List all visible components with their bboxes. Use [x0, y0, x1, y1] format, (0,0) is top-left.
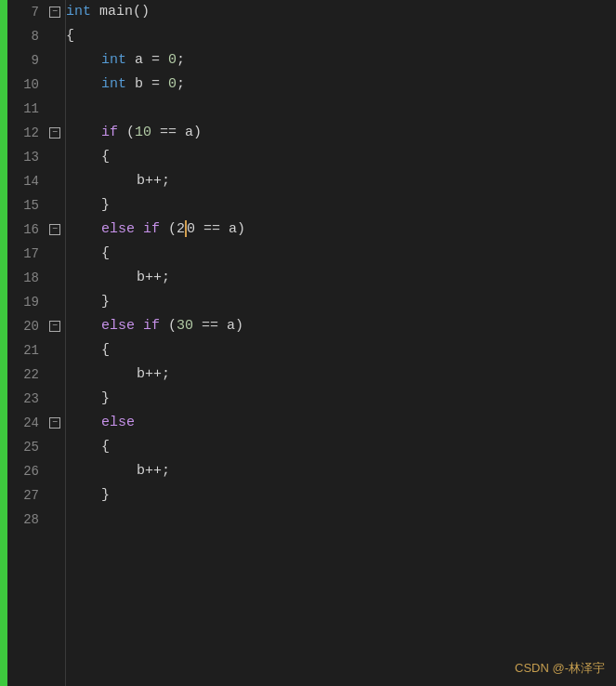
gutter-bar: [0, 0, 7, 686]
code-line-20: else if (30 == a): [66, 314, 616, 338]
token-kw: else: [101, 218, 135, 242]
collapse-btn-20[interactable]: −: [49, 321, 60, 332]
code-line-17: {: [66, 242, 616, 266]
line-number-27: 27: [7, 483, 39, 508]
token-kw: if: [101, 121, 118, 145]
collapse-btn-16[interactable]: −: [49, 224, 60, 235]
code-line-16: else if (20 == a): [66, 218, 616, 242]
code-line-22: b++;: [66, 363, 616, 387]
token-plain: (: [160, 314, 177, 338]
token-kw: if: [143, 314, 160, 338]
line-number-14: 14: [7, 169, 39, 193]
token-cursor: 0: [187, 218, 195, 242]
token-brace: }: [101, 290, 110, 314]
token-brace: {: [101, 242, 110, 266]
code-area: int main(){int a = 0;int b = 0;if (10 ==…: [66, 0, 616, 532]
token-plain: b =: [126, 73, 168, 97]
code-line-9: int a = 0;: [66, 48, 616, 73]
collapse-btn-7[interactable]: −: [49, 7, 60, 18]
line-number-20: 20: [7, 314, 39, 338]
token-brace: }: [101, 483, 110, 508]
token-plain: (: [118, 121, 135, 145]
line-number-18: 18: [7, 266, 39, 290]
token-brace: {: [101, 338, 110, 363]
code-line-14: b++;: [66, 169, 616, 193]
token-plain: b++;: [137, 169, 170, 193]
code-line-23: }: [66, 387, 616, 411]
token-brace: {: [66, 24, 74, 48]
token-plain: == a): [151, 121, 202, 145]
line-number-9: 9: [7, 48, 39, 73]
code-line-21: {: [66, 338, 616, 363]
line-number-16: 16: [7, 218, 39, 242]
line-number-28: 28: [7, 508, 39, 532]
code-line-18: b++;: [66, 266, 616, 290]
collapse-btn-12[interactable]: −: [49, 127, 60, 139]
line-number-22: 22: [7, 363, 39, 387]
token-num: 10: [135, 121, 151, 145]
line-number-7: 7: [7, 0, 39, 24]
code-line-8: {: [66, 24, 616, 48]
line-number-10: 10: [7, 73, 39, 97]
code-line-19: }: [66, 290, 616, 314]
line-number-19: 19: [7, 290, 39, 314]
line-number-12: 12: [7, 121, 39, 145]
token-kw-blue: int: [101, 73, 126, 97]
token-kw: if: [143, 218, 160, 242]
token-kw: else: [101, 314, 135, 338]
code-line-10: int b = 0;: [66, 73, 616, 97]
code-line-12: if (10 == a): [66, 121, 616, 145]
code-line-27: }: [66, 483, 616, 508]
line-number-23: 23: [7, 387, 39, 411]
token-plain: ;: [177, 48, 185, 73]
code-line-24: else: [66, 411, 616, 435]
token-plain: main(): [91, 0, 150, 24]
token-plain: b++;: [137, 459, 170, 483]
line-number-8: 8: [7, 24, 39, 48]
token-plain: a =: [126, 48, 168, 73]
editor-container: 7891011121314151617181920212223242526272…: [0, 0, 616, 686]
token-plain: b++;: [137, 363, 170, 387]
code-line-11: [66, 97, 616, 121]
line-number-21: 21: [7, 338, 39, 363]
code-line-15: }: [66, 193, 616, 218]
line-numbers: 7891011121314151617181920212223242526272…: [7, 0, 46, 532]
token-brace: }: [101, 193, 110, 218]
code-line-13: {: [66, 145, 616, 169]
collapse-indicators: −−−−−: [46, 0, 65, 532]
token-kw: else: [101, 411, 135, 435]
token-num: 0: [168, 48, 177, 73]
line-number-15: 15: [7, 193, 39, 218]
token-num: 30: [177, 314, 193, 338]
token-plain: b++;: [137, 266, 170, 290]
token-plain: ;: [177, 73, 185, 97]
token-kw-blue: int: [101, 48, 126, 73]
token-brace: {: [101, 145, 110, 169]
watermark: CSDN @-林泽宇: [515, 660, 605, 677]
token-num: 0: [168, 73, 177, 97]
token-kw-blue: int: [66, 0, 91, 24]
code-line-26: b++;: [66, 459, 616, 483]
code-line-28: [66, 508, 616, 532]
line-number-13: 13: [7, 145, 39, 169]
code-line-7: int main(): [66, 0, 616, 24]
line-number-17: 17: [7, 242, 39, 266]
token-plain: [135, 218, 143, 242]
code-line-25: {: [66, 435, 616, 459]
token-brace: }: [101, 387, 110, 411]
token-brace: {: [101, 435, 110, 459]
token-plain: [135, 314, 143, 338]
line-number-26: 26: [7, 459, 39, 483]
token-plain: == a): [193, 314, 243, 338]
collapse-btn-24[interactable]: −: [49, 417, 60, 429]
token-plain: (2: [160, 218, 185, 242]
token-plain: == a): [195, 218, 245, 242]
line-number-25: 25: [7, 435, 39, 459]
line-number-24: 24: [7, 411, 39, 435]
line-number-11: 11: [7, 97, 39, 121]
